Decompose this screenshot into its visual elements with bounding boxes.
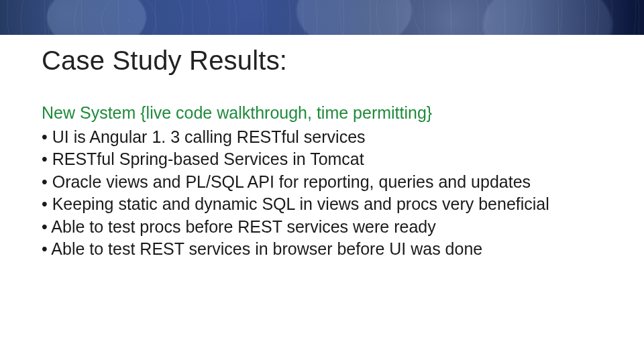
bullet-item: • Keeping static and dynamic SQL in view… <box>42 193 604 216</box>
subheading: New System {live code walkthrough, time … <box>42 102 604 125</box>
bullet-item: • RESTful Spring-based Services in Tomca… <box>42 148 604 171</box>
slide-title: Case Study Results: <box>42 46 287 76</box>
header-banner <box>0 0 644 35</box>
bullet-item: • Oracle views and PL/SQL API for report… <box>42 171 604 194</box>
slide: Case Study Results: New System {live cod… <box>0 0 644 362</box>
bullet-item: • UI is Angular 1. 3 calling RESTful ser… <box>42 126 604 149</box>
slide-body: New System {live code walkthrough, time … <box>42 102 604 261</box>
bullet-item: • Able to test REST services in browser … <box>42 238 604 261</box>
bullet-item: • Able to test procs before REST service… <box>42 216 604 239</box>
